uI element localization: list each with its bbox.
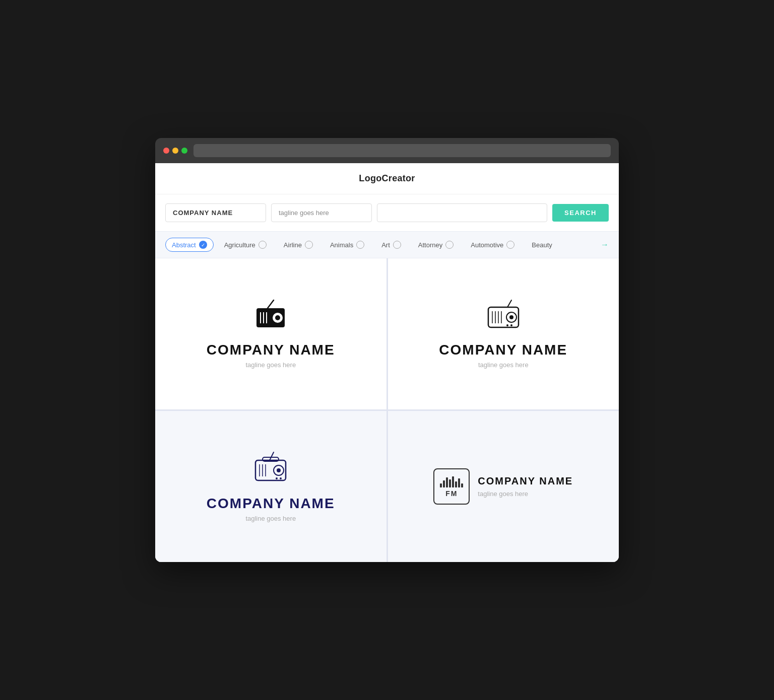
svg-line-7 xyxy=(507,300,511,307)
address-bar[interactable] xyxy=(194,144,611,157)
filter-chip-attorney[interactable]: Attorney ✓ xyxy=(412,238,460,252)
logo-card-1[interactable]: COMPANY NAME tagline goes here xyxy=(155,258,386,409)
logo-text-group-4: COMPANY NAME tagline goes here xyxy=(478,475,573,498)
logo-company-name-2: COMPANY NAME xyxy=(439,342,567,358)
logo-card-4[interactable]: FM COMPANY NAME tagline goes here xyxy=(388,411,619,562)
fm-bar xyxy=(449,479,451,487)
filter-label: Beauty xyxy=(532,241,552,249)
fm-bar xyxy=(458,478,460,487)
filter-chip-beauty[interactable]: Beauty xyxy=(525,238,558,252)
filter-chip-abstract[interactable]: Abstract ✓ xyxy=(165,238,214,252)
filter-check-icon: ✓ xyxy=(445,241,454,249)
app-title-text: LogoCreator xyxy=(359,173,415,183)
logo-company-name-1: COMPANY NAME xyxy=(207,342,335,358)
filter-check-icon: ✓ xyxy=(506,241,514,249)
app-title: LogoCreator xyxy=(165,173,609,184)
filter-chip-animals[interactable]: Animals ✓ xyxy=(324,238,371,252)
logo-tagline-4: tagline goes here xyxy=(478,490,573,498)
svg-rect-18 xyxy=(255,460,286,480)
app-content: LogoCreator SEARCH Abstract ✓ Agricultur… xyxy=(155,163,619,562)
logo-icon-3 xyxy=(252,451,289,487)
fm-bars xyxy=(440,475,463,487)
logo-tagline-1: tagline goes here xyxy=(245,361,296,369)
filter-chip-agriculture[interactable]: Agriculture ✓ xyxy=(218,238,273,252)
filter-check-icon: ✓ xyxy=(259,241,267,249)
logo-company-name-4: COMPANY NAME xyxy=(478,475,573,487)
filter-label: Art xyxy=(381,241,390,249)
traffic-light-close[interactable] xyxy=(163,148,169,154)
traffic-light-maximize[interactable] xyxy=(181,148,187,154)
search-bar: SEARCH xyxy=(155,194,619,231)
logo-icon-1 xyxy=(252,299,289,334)
browser-chrome xyxy=(155,138,619,163)
filter-bar: Abstract ✓ Agriculture ✓ Airline ✓ Anima… xyxy=(155,231,619,258)
svg-point-26 xyxy=(280,477,282,479)
logo-card-3[interactable]: COMPANY NAME tagline goes here xyxy=(155,411,386,562)
svg-point-14 xyxy=(509,315,513,319)
industry-input[interactable] xyxy=(377,203,547,222)
traffic-light-minimize[interactable] xyxy=(172,148,178,154)
app-header: LogoCreator xyxy=(155,163,619,194)
svg-point-15 xyxy=(510,324,512,326)
filter-check-icon: ✓ xyxy=(305,241,313,249)
logo-tagline-2: tagline goes here xyxy=(478,361,529,369)
filter-chip-airline[interactable]: Airline ✓ xyxy=(277,238,319,252)
filter-label: Agriculture xyxy=(224,241,255,249)
search-button[interactable]: SEARCH xyxy=(552,204,609,222)
svg-point-25 xyxy=(276,477,278,479)
svg-rect-8 xyxy=(488,307,519,327)
logo-icon-2 xyxy=(485,299,522,334)
browser-window: LogoCreator SEARCH Abstract ✓ Agricultur… xyxy=(155,138,619,562)
fm-bar xyxy=(440,483,442,487)
fm-bar xyxy=(461,483,463,487)
fm-label: FM xyxy=(445,489,458,498)
logo-card-2[interactable]: COMPANY NAME tagline goes here xyxy=(388,258,619,409)
filter-check-icon: ✓ xyxy=(393,241,401,249)
filter-label: Abstract xyxy=(172,241,196,249)
logo-tagline-3: tagline goes here xyxy=(245,515,296,522)
filter-next-arrow[interactable]: → xyxy=(601,240,609,249)
filter-chip-art[interactable]: Art ✓ xyxy=(375,238,408,252)
filter-label: Automotive xyxy=(471,241,503,249)
traffic-lights xyxy=(163,148,187,154)
fm-bar xyxy=(455,481,457,487)
fm-bar xyxy=(446,477,448,487)
logo-grid: COMPANY NAME tagline goes here xyxy=(155,258,619,562)
svg-point-24 xyxy=(277,468,281,472)
svg-line-0 xyxy=(268,300,274,308)
fm-bar xyxy=(443,480,445,487)
svg-point-16 xyxy=(506,324,508,326)
filter-chip-automotive[interactable]: Automotive ✓ xyxy=(464,238,521,252)
filter-label: Airline xyxy=(284,241,302,249)
fm-bar xyxy=(452,476,454,487)
svg-line-17 xyxy=(270,452,274,460)
fm-box-icon: FM xyxy=(433,468,470,505)
company-name-input[interactable] xyxy=(165,203,266,222)
filter-check-icon: ✓ xyxy=(199,241,207,249)
filter-label: Animals xyxy=(330,241,353,249)
tagline-input[interactable] xyxy=(271,203,372,222)
filter-check-icon: ✓ xyxy=(356,241,364,249)
svg-point-6 xyxy=(275,315,280,320)
filter-label: Attorney xyxy=(418,241,442,249)
logo-company-name-3: COMPANY NAME xyxy=(207,496,335,512)
